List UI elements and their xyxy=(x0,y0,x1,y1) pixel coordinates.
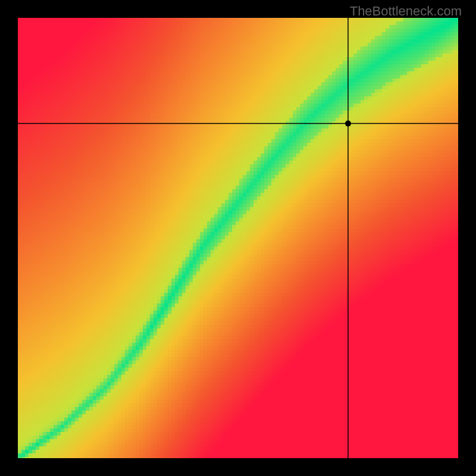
chart-container: TheBottleneck.com xyxy=(0,0,476,476)
watermark-text: TheBottleneck.com xyxy=(350,4,462,19)
heatmap-canvas xyxy=(18,18,458,458)
